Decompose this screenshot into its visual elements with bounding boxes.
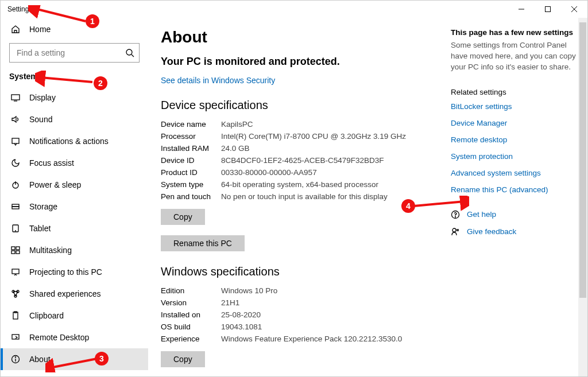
sidebar-item-label: Clipboard bbox=[29, 311, 64, 320]
svg-point-30 bbox=[455, 216, 456, 217]
svg-rect-17 bbox=[11, 251, 15, 254]
sidebar-item-display[interactable]: Display bbox=[1, 87, 148, 108]
advanced-system-settings-link[interactable]: Advanced system settings bbox=[451, 169, 577, 177]
storage-icon bbox=[11, 202, 20, 211]
sidebar-item-projecting[interactable]: Projecting to this PC bbox=[1, 261, 148, 283]
aside-panel: This page has a few new settings Some se… bbox=[451, 18, 587, 376]
clipboard-icon bbox=[11, 311, 20, 320]
sidebar-item-label: Shared experiences bbox=[29, 289, 101, 298]
spec-label: Device name bbox=[161, 120, 221, 129]
feedback-icon bbox=[451, 227, 460, 236]
scrollbar-thumb[interactable] bbox=[579, 22, 586, 298]
sidebar-item-label: Multitasking bbox=[29, 246, 72, 255]
search-icon bbox=[125, 48, 134, 57]
tablet-icon bbox=[11, 224, 20, 233]
aside-new-heading: This page has a few new settings bbox=[451, 28, 577, 37]
sidebar-item-label: Storage bbox=[29, 202, 57, 211]
sound-icon bbox=[11, 115, 20, 124]
spec-label: Installed RAM bbox=[161, 144, 221, 153]
sidebar-item-storage[interactable]: Storage bbox=[1, 196, 148, 217]
spec-label: System type bbox=[161, 180, 221, 189]
aside-new-text: Some settings from Control Panel have mo… bbox=[451, 40, 577, 73]
svg-rect-6 bbox=[11, 95, 20, 100]
sidebar-item-remote-desktop[interactable]: Remote Desktop bbox=[1, 327, 148, 348]
spec-value: Intel(R) Core(TM) i7-8700 CPU @ 3.20GHz … bbox=[221, 132, 434, 141]
sidebar-item-shared-experiences[interactable]: Shared experiences bbox=[1, 283, 148, 305]
give-feedback-label: Give feedback bbox=[467, 227, 516, 236]
related-settings-heading: Related settings bbox=[451, 88, 577, 96]
annotation-bubble-3: 3 bbox=[95, 352, 109, 366]
device-spec-heading: Device specifications bbox=[161, 99, 434, 112]
spec-label: Processor bbox=[161, 132, 221, 141]
sidebar-item-label: Sound bbox=[29, 115, 52, 124]
rename-pc-advanced-link[interactable]: Rename this PC (advanced) bbox=[451, 185, 577, 194]
minimize-button[interactable] bbox=[508, 1, 535, 18]
sidebar-item-label: Notifications & actions bbox=[29, 137, 109, 146]
windows-spec-table: EditionWindows 10 Pro Version21H1 Instal… bbox=[161, 286, 434, 343]
power-icon bbox=[11, 180, 20, 189]
sidebar-item-sound[interactable]: Sound bbox=[1, 108, 148, 130]
sidebar-item-label: Projecting to this PC bbox=[29, 267, 102, 277]
copy-windows-specs-button[interactable]: Copy bbox=[161, 351, 205, 367]
spec-value: 00330-80000-00000-AA957 bbox=[221, 168, 434, 177]
sidebar-item-label: Display bbox=[29, 93, 56, 102]
spec-value: 19043.1081 bbox=[221, 322, 434, 331]
notifications-icon bbox=[11, 137, 20, 146]
spec-label: Experience bbox=[161, 335, 221, 343]
system-protection-link[interactable]: System protection bbox=[451, 152, 577, 161]
annotation-bubble-1: 1 bbox=[86, 14, 99, 28]
sidebar-item-notifications[interactable]: Notifications & actions bbox=[1, 130, 148, 152]
sidebar-item-tablet[interactable]: Tablet bbox=[1, 217, 148, 239]
svg-point-31 bbox=[452, 228, 456, 232]
svg-rect-12 bbox=[12, 207, 19, 209]
spec-label: Version bbox=[161, 298, 221, 307]
rename-pc-button[interactable]: Rename this PC bbox=[161, 235, 245, 251]
scrollbar[interactable] bbox=[578, 18, 587, 376]
svg-point-4 bbox=[126, 49, 132, 55]
sidebar-item-clipboard[interactable]: Clipboard bbox=[1, 305, 148, 327]
protected-heading: Your PC is monitored and protected. bbox=[161, 56, 434, 68]
svg-line-5 bbox=[131, 55, 134, 57]
device-manager-link[interactable]: Device Manager bbox=[451, 119, 577, 127]
sidebar-item-focus-assist[interactable]: Focus assist bbox=[1, 152, 148, 174]
spec-value: 64-bit operating system, x64-based proce… bbox=[221, 180, 434, 189]
settings-window: Settings Home System D bbox=[0, 0, 588, 377]
annotation-arrow-3 bbox=[45, 355, 103, 372]
window-controls bbox=[508, 1, 587, 18]
copy-device-specs-button[interactable]: Copy bbox=[161, 209, 205, 225]
sidebar-item-multitasking[interactable]: Multitasking bbox=[1, 239, 148, 261]
svg-line-32 bbox=[35, 9, 86, 21]
search-wrap bbox=[9, 43, 140, 63]
windows-spec-heading: Windows specifications bbox=[161, 265, 434, 278]
about-icon bbox=[11, 355, 20, 364]
search-field[interactable] bbox=[16, 48, 125, 58]
content: About Your PC is monitored and protected… bbox=[148, 18, 587, 376]
sidebar-item-label: Remote Desktop bbox=[29, 333, 89, 342]
get-help-row[interactable]: Get help bbox=[451, 210, 577, 219]
sidebar-item-power-sleep[interactable]: Power & sleep bbox=[1, 174, 148, 196]
windows-security-link[interactable]: See details in Windows Security bbox=[161, 76, 434, 85]
spec-value: 24.0 GB bbox=[221, 144, 434, 153]
sidebar-item-label: Power & sleep bbox=[29, 180, 81, 189]
annotation-bubble-2: 2 bbox=[94, 76, 107, 90]
display-icon bbox=[11, 93, 20, 102]
svg-rect-18 bbox=[16, 251, 20, 254]
search-input[interactable] bbox=[9, 43, 140, 63]
sidebar-item-label: Tablet bbox=[29, 224, 51, 233]
spec-label: Device ID bbox=[161, 156, 221, 165]
spec-label: Pen and touch bbox=[161, 192, 221, 201]
page-title: About bbox=[161, 28, 434, 46]
focus-assist-icon bbox=[11, 158, 20, 168]
close-button[interactable] bbox=[561, 1, 587, 18]
remote-desktop-link[interactable]: Remote desktop bbox=[451, 135, 577, 144]
bitlocker-link[interactable]: BitLocker settings bbox=[451, 102, 577, 111]
remote-desktop-icon bbox=[11, 333, 20, 342]
maximize-button[interactable] bbox=[535, 1, 561, 18]
spec-value: 25-08-2020 bbox=[221, 310, 434, 319]
give-feedback-row[interactable]: Give feedback bbox=[451, 227, 577, 236]
svg-line-34 bbox=[50, 359, 97, 368]
main-panel: About Your PC is monitored and protected… bbox=[148, 18, 451, 376]
home-icon bbox=[11, 25, 20, 34]
svg-rect-1 bbox=[546, 7, 551, 12]
spec-value: 8CB4DCF0-1EF2-4625-ACEB-C5479F32BD3F bbox=[221, 156, 434, 165]
